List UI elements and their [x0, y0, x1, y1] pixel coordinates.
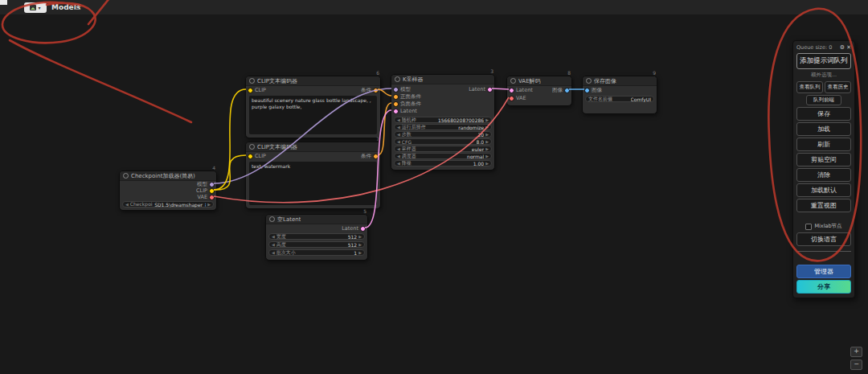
sampler-widget[interactable]: ◀ 采样器 euler ▶ — [394, 146, 492, 152]
load-button[interactable]: 加载 — [796, 122, 851, 136]
clip-port-icon[interactable] — [248, 88, 253, 93]
collapse-toggle-icon[interactable] — [586, 78, 592, 84]
prev-arrow-icon[interactable]: ◀ — [272, 250, 275, 255]
zoom-in-button[interactable]: + — [850, 347, 862, 357]
node-empty-latent[interactable]: 空Latent 5 Latent ◀ 宽度 512 ▶ ◀ 高度 512 ▶ ◀… — [265, 214, 368, 261]
input-image[interactable]: 图像 — [584, 87, 602, 93]
node-title-bar[interactable]: CLIP文本编码器 — [246, 142, 380, 152]
vae-port-icon[interactable] — [509, 96, 514, 101]
close-icon[interactable]: ✕ — [846, 44, 851, 51]
prompt-textarea[interactable]: beautiful scenery nature glass bottle la… — [249, 96, 377, 134]
steps-widget[interactable]: ◀ 步数 20 ▶ — [394, 131, 492, 138]
conditioning-port-icon[interactable] — [373, 154, 379, 159]
refresh-button[interactable]: 刷新 — [796, 138, 851, 151]
node-title-bar[interactable]: Checkpoint加载器(简易) — [120, 171, 216, 181]
output-conditioning[interactable]: 条件 — [361, 153, 379, 159]
view-queue-button[interactable]: 查看队列 — [796, 81, 823, 93]
clip-port-icon[interactable] — [248, 154, 253, 159]
clipspace-button[interactable]: 剪贴空间 — [796, 153, 851, 166]
latent-port-icon[interactable] — [360, 226, 366, 232]
models-gallery-button[interactable]: ▾ — [24, 2, 47, 13]
output-clip[interactable]: CLIP — [196, 187, 215, 194]
comfyui-canvas[interactable]: ▾ Models ☰ Checkpoint加载器(简易) 4 模型 CLIP V… — [0, 0, 868, 374]
input-latent[interactable]: Latent — [509, 87, 533, 93]
vae-port-icon[interactable] — [209, 195, 215, 200]
latent-port-icon[interactable] — [393, 109, 399, 114]
control-after-generate-widget[interactable]: ◀ 运行后操作 randomize ▶ — [394, 124, 492, 130]
input-clip[interactable]: CLIP — [248, 87, 266, 93]
prev-arrow-icon[interactable]: ◀ — [397, 161, 400, 166]
node-title-bar[interactable]: K采样器 — [391, 75, 494, 84]
node-ksampler[interactable]: K采样器 3 模型 Latent 正面条件 负面条件 Latent ◀ 随机种 … — [391, 74, 495, 171]
scheduler-widget[interactable]: ◀ 调度器 normal ▶ — [394, 153, 492, 159]
next-arrow-icon[interactable]: ▶ — [358, 250, 362, 255]
filename-prefix-widget[interactable]: 文件名前缀 ComfyUI — [585, 96, 654, 102]
output-conditioning[interactable]: 条件 — [361, 87, 379, 93]
prev-arrow-icon[interactable]: ◀ — [397, 146, 400, 151]
node-title-bar[interactable]: VAE解码 — [507, 76, 571, 86]
collapse-toggle-icon[interactable] — [249, 78, 255, 84]
prev-arrow-icon[interactable]: ◀ — [397, 154, 400, 158]
next-arrow-icon[interactable]: ▶ — [207, 202, 211, 207]
next-arrow-icon[interactable]: ▶ — [485, 154, 489, 158]
clip-port-icon[interactable] — [209, 188, 215, 194]
image-port-icon[interactable] — [564, 88, 570, 93]
collapse-toggle-icon[interactable] — [395, 76, 400, 82]
node-title-bar[interactable]: CLIP文本编码器 — [246, 76, 380, 86]
seed-widget[interactable]: ◀ 随机种 156680208700286 ▶ — [394, 117, 492, 123]
output-latent[interactable]: Latent — [469, 86, 493, 92]
load-default-button[interactable]: 加载默认 — [796, 183, 851, 197]
share-button[interactable]: 分享 — [796, 280, 851, 294]
output-vae[interactable]: VAE — [197, 194, 215, 200]
image-port-icon[interactable] — [584, 88, 590, 93]
reset-view-button[interactable]: 重置视图 — [796, 199, 851, 212]
output-latent[interactable]: Latent — [342, 225, 366, 232]
node-load-checkpoint[interactable]: Checkpoint加载器(简易) 4 模型 CLIP VAE ◀ Checkp… — [119, 171, 217, 211]
prev-arrow-icon[interactable]: ◀ — [397, 117, 400, 122]
next-arrow-icon[interactable]: ▶ — [485, 117, 489, 122]
queue-front-button[interactable]: 队列前端 — [806, 95, 841, 105]
input-vae[interactable]: VAE — [509, 95, 526, 101]
save-button[interactable]: 保存 — [796, 107, 851, 121]
collapse-toggle-icon[interactable] — [249, 144, 255, 150]
clear-button[interactable]: 清除 — [796, 168, 851, 182]
conditioning-port-icon[interactable] — [393, 94, 399, 100]
height-widget[interactable]: ◀ 高度 512 ▶ — [268, 241, 365, 248]
queue-prompt-button[interactable]: 添加提示词队列 — [796, 53, 851, 69]
collapse-toggle-icon[interactable] — [269, 216, 275, 222]
next-arrow-icon[interactable]: ▶ — [485, 161, 489, 166]
prev-arrow-icon[interactable]: ◀ — [397, 125, 400, 129]
switch-language-button[interactable]: 切换语言 — [796, 232, 851, 246]
next-arrow-icon[interactable]: ▶ — [485, 125, 489, 129]
input-negative[interactable]: 负面条件 — [393, 101, 421, 107]
next-arrow-icon[interactable]: ▶ — [485, 146, 489, 151]
manager-button[interactable]: 管理器 — [796, 265, 851, 278]
input-latent[interactable]: Latent — [393, 108, 417, 114]
prev-arrow-icon[interactable]: ◀ — [125, 202, 129, 207]
node-clip-text-encode-positive[interactable]: CLIP文本编码器 6 CLIP 条件 beautiful scenery na… — [245, 76, 381, 138]
latent-port-icon[interactable] — [509, 88, 514, 93]
output-image[interactable]: 图像 — [552, 87, 570, 93]
model-port-icon[interactable] — [209, 182, 215, 187]
node-title-bar[interactable]: 空Latent — [266, 215, 367, 224]
comfy-menu[interactable]: Queue size: 0 ⚙ ✕ 添加提示词队列 额外选项... 查看队列 查… — [792, 40, 855, 298]
latent-port-icon[interactable] — [487, 87, 493, 92]
denoise-widget[interactable]: ◀ 降噪 1.00 ▶ — [394, 160, 492, 166]
conditioning-port-icon[interactable] — [393, 101, 399, 107]
batch-size-widget[interactable]: ◀ 批次大小 1 ▶ — [268, 249, 365, 256]
input-model[interactable]: 模型 — [393, 86, 411, 92]
collapse-toggle-icon[interactable] — [510, 78, 516, 84]
extra-options-label[interactable]: 额外选项... — [796, 71, 851, 80]
collapse-toggle-icon[interactable] — [123, 173, 129, 179]
conditioning-port-icon[interactable] — [373, 88, 379, 93]
width-widget[interactable]: ◀ 宽度 512 ▶ — [268, 233, 365, 240]
prev-arrow-icon[interactable]: ◀ — [272, 242, 275, 247]
prev-arrow-icon[interactable]: ◀ — [397, 139, 400, 144]
model-port-icon[interactable] — [393, 87, 399, 92]
checkbox-icon[interactable] — [805, 224, 812, 230]
prev-arrow-icon[interactable]: ◀ — [272, 234, 275, 239]
zoom-out-button[interactable]: − — [850, 360, 862, 370]
hamburger-menu-icon[interactable]: ☰ — [74, 2, 81, 11]
node-save-image[interactable]: 保存图像 9 图像 文件名前缀 ComfyUI — [582, 76, 657, 114]
prev-arrow-icon[interactable]: ◀ — [397, 132, 400, 137]
